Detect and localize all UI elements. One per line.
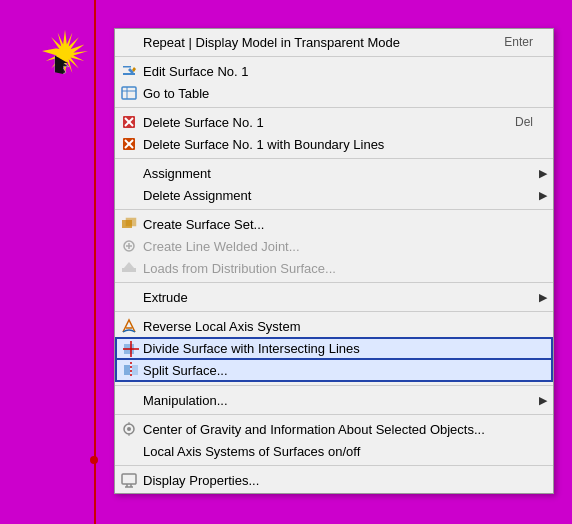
menu-item-create-surface-set-label: Create Surface Set... — [143, 217, 533, 232]
menu-item-center-gravity-label: Center of Gravity and Information About … — [143, 422, 533, 437]
extrude-arrow: ▶ — [539, 291, 547, 304]
menu-item-delete-boundary-label: Delete Surface No. 1 with Boundary Lines — [143, 137, 533, 152]
menu-item-delete-boundary[interactable]: Delete Surface No. 1 with Boundary Lines — [115, 133, 553, 155]
display-icon — [119, 470, 139, 490]
manipulation-arrow: ▶ — [539, 394, 547, 407]
menu-item-manipulation[interactable]: Manipulation... ▶ — [115, 389, 553, 411]
context-menu: Repeat | Display Model in Transparent Mo… — [114, 28, 554, 494]
svg-point-30 — [127, 427, 131, 431]
separator-3 — [115, 158, 553, 159]
menu-item-center-gravity[interactable]: Center of Gravity and Information About … — [115, 418, 553, 440]
surface-set-icon — [119, 214, 139, 234]
menu-item-extrude-label: Extrude — [143, 290, 533, 305]
menu-item-repeat-shortcut: Enter — [504, 35, 533, 49]
menu-item-delete-assignment-label: Delete Assignment — [143, 188, 533, 203]
weld-icon — [119, 236, 139, 256]
menu-item-split-surface[interactable]: Split Surface... — [115, 360, 553, 382]
menu-item-local-axis[interactable]: Local Axis Systems of Surfaces on/off — [115, 440, 553, 462]
menu-item-edit-surface-label: Edit Surface No. 1 — [143, 64, 533, 79]
delete-assignment-arrow: ▶ — [539, 189, 547, 202]
svg-marker-0 — [42, 30, 88, 74]
separator-2 — [115, 107, 553, 108]
svg-rect-7 — [122, 87, 136, 99]
menu-item-delete-assignment[interactable]: Delete Assignment ▶ — [115, 184, 553, 206]
menu-item-create-line-welded: Create Line Welded Joint... — [115, 235, 553, 257]
separator-5 — [115, 282, 553, 283]
edit-icon — [119, 61, 139, 81]
separator-7 — [115, 385, 553, 386]
menu-item-assignment[interactable]: Assignment ▶ — [115, 162, 553, 184]
assignment-arrow: ▶ — [539, 167, 547, 180]
menu-item-assignment-label: Assignment — [143, 166, 533, 181]
menu-item-local-axis-label: Local Axis Systems of Surfaces on/off — [143, 444, 533, 459]
separator-8 — [115, 414, 553, 415]
divide-icon — [121, 339, 141, 359]
separator-1 — [115, 56, 553, 57]
svg-rect-27 — [132, 365, 138, 375]
menu-item-extrude[interactable]: Extrude ▶ — [115, 286, 553, 308]
delete-icon — [119, 112, 139, 132]
menu-item-reverse-axis-label: Reverse Local Axis System — [143, 319, 533, 334]
svg-marker-22 — [124, 262, 134, 268]
menu-item-manipulation-label: Manipulation... — [143, 393, 533, 408]
menu-item-loads-distribution-label: Loads from Distribution Surface... — [143, 261, 533, 276]
red-vertical-line — [94, 0, 96, 524]
gravity-icon — [119, 419, 139, 439]
menu-item-display-properties[interactable]: Display Properties... — [115, 469, 553, 491]
dist-icon — [119, 258, 139, 278]
axis-icon — [119, 316, 139, 336]
menu-item-create-line-welded-label: Create Line Welded Joint... — [143, 239, 533, 254]
svg-rect-3 — [123, 73, 135, 75]
menu-item-repeat[interactable]: Repeat | Display Model in Transparent Mo… — [115, 31, 553, 53]
menu-item-go-table-label: Go to Table — [143, 86, 533, 101]
separator-9 — [115, 465, 553, 466]
menu-item-loads-distribution: Loads from Distribution Surface... — [115, 257, 553, 279]
svg-rect-26 — [124, 365, 130, 375]
svg-rect-4 — [123, 66, 131, 68]
menu-item-go-table[interactable]: Go to Table — [115, 82, 553, 104]
cursor — [42, 28, 92, 78]
split-icon — [121, 360, 141, 380]
svg-rect-21 — [122, 268, 136, 272]
menu-item-divide-surface[interactable]: Divide Surface with Intersecting Lines — [115, 337, 553, 360]
menu-item-delete-surface-shortcut: Del — [515, 115, 533, 129]
svg-rect-33 — [122, 474, 136, 484]
menu-item-display-properties-label: Display Properties... — [143, 473, 533, 488]
menu-item-reverse-axis[interactable]: Reverse Local Axis System — [115, 315, 553, 337]
menu-item-divide-surface-label: Divide Surface with Intersecting Lines — [143, 341, 531, 356]
menu-item-create-surface-set[interactable]: Create Surface Set... — [115, 213, 553, 235]
menu-item-split-surface-label: Split Surface... — [143, 363, 531, 378]
delete-boundary-icon — [119, 134, 139, 154]
menu-item-edit-surface[interactable]: Edit Surface No. 1 — [115, 60, 553, 82]
red-dot — [90, 456, 98, 464]
separator-6 — [115, 311, 553, 312]
menu-item-delete-surface[interactable]: Delete Surface No. 1 Del — [115, 111, 553, 133]
svg-rect-17 — [126, 218, 136, 226]
menu-item-repeat-label: Repeat | Display Model in Transparent Mo… — [143, 35, 484, 50]
separator-4 — [115, 209, 553, 210]
menu-item-delete-surface-label: Delete Surface No. 1 — [143, 115, 495, 130]
table-icon — [119, 83, 139, 103]
